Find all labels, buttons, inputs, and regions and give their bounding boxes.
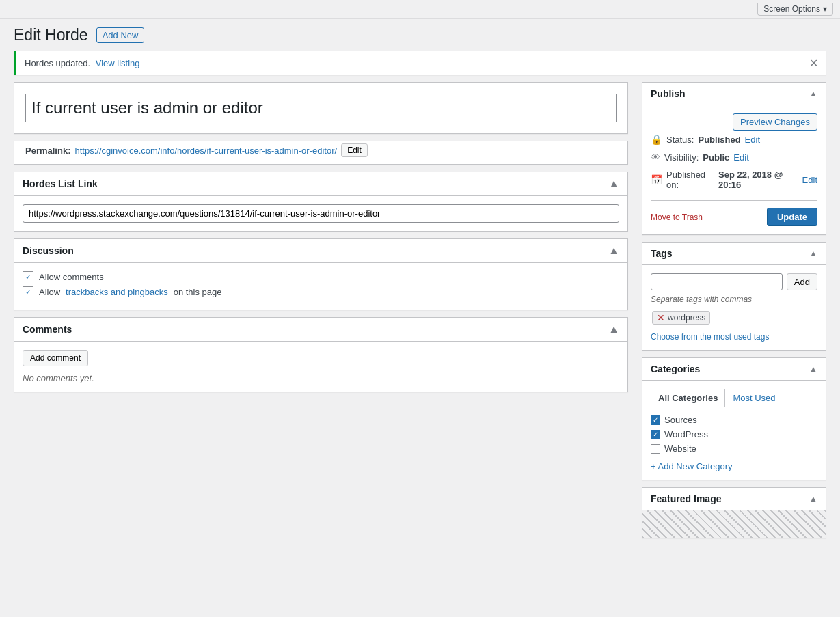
content-area: Permalink: https://cginvoice.com/info/ho…: [14, 82, 628, 545]
tags-hint: Separate tags with commas: [651, 294, 817, 304]
add-new-category-link[interactable]: + Add New Category: [651, 461, 733, 471]
hordes-list-toggle[interactable]: ▲: [608, 178, 619, 190]
no-comments-text: No comments yet.: [23, 373, 619, 383]
move-to-trash-link[interactable]: Move to Trash: [651, 212, 703, 222]
status-edit-link[interactable]: Edit: [745, 135, 760, 145]
featured-image-placeholder: [642, 510, 826, 538]
discussion-body: Allow comments Allow trackbacks and ping…: [14, 263, 627, 310]
tab-most-used[interactable]: Most Used: [725, 389, 783, 407]
status-value: Published: [698, 135, 740, 145]
hordes-list-url-input[interactable]: [23, 204, 619, 223]
comments-title: Comments: [23, 324, 72, 335]
featured-image-chevron-icon: ▲: [809, 494, 817, 504]
publish-panel-body: Preview Changes 🔒 Status: Published Edit…: [642, 105, 826, 234]
allow-trackbacks-prefix: Allow: [39, 287, 60, 297]
allow-trackbacks-checkbox[interactable]: [23, 286, 33, 297]
status-label: Status:: [666, 135, 694, 145]
category-sources: Sources: [651, 413, 817, 427]
visibility-value: Public: [703, 152, 729, 163]
main-layout: Permalink: https://cginvoice.com/info/ho…: [0, 82, 840, 559]
publish-meta: 🔒 Status: Published Edit 👁 Visibility: P…: [651, 131, 817, 193]
categories-panel: Categories ▲ All Categories Most Used So…: [642, 357, 826, 480]
categories-list: Sources WordPress Website: [651, 413, 817, 456]
notice-message: Hordes updated.: [25, 58, 90, 68]
category-sources-label: Sources: [664, 415, 697, 425]
preview-changes-button[interactable]: Preview Changes: [733, 113, 817, 131]
category-website-checkbox[interactable]: [651, 444, 660, 454]
discussion-metabox: Discussion ▲ Allow comments Allow trackb…: [14, 238, 628, 310]
trackbacks-link[interactable]: trackbacks and pingbacks: [66, 287, 168, 297]
publish-panel: Publish ▲ Preview Changes 🔒 Status: Publ…: [642, 82, 826, 235]
published-edit-link[interactable]: Edit: [802, 175, 817, 185]
allow-comments-label: Allow comments: [39, 272, 104, 282]
published-label: Published on:: [666, 169, 714, 190]
categories-panel-header[interactable]: Categories ▲: [642, 358, 826, 381]
permalink-row: Permalink: https://cginvoice.com/info/ho…: [14, 141, 628, 165]
view-listing-link[interactable]: View listing: [96, 58, 140, 68]
screen-options-button[interactable]: Screen Options ▾: [757, 3, 833, 16]
visibility-icon: 👁: [651, 152, 660, 163]
choose-tags-link[interactable]: Choose from the most used tags: [651, 332, 769, 342]
category-website: Website: [651, 441, 817, 456]
hordes-list-metabox: Hordes List Link ▲: [14, 172, 628, 232]
comments-body: Add comment No comments yet.: [14, 342, 627, 392]
visibility-label: Visibility:: [664, 152, 699, 163]
hordes-list-title: Hordes List Link: [23, 178, 98, 189]
tags-panel-header[interactable]: Tags ▲: [642, 243, 826, 265]
discussion-header[interactable]: Discussion ▲: [14, 239, 627, 263]
tag-remove-icon[interactable]: ✕: [657, 313, 665, 323]
comments-toggle[interactable]: ▲: [608, 323, 619, 335]
tag-input[interactable]: [651, 273, 783, 290]
visibility-edit-link[interactable]: Edit: [733, 152, 748, 163]
notice-close-button[interactable]: ✕: [809, 57, 818, 70]
publish-footer: Move to Trash Update: [651, 200, 817, 226]
tags-panel: Tags ▲ Add Separate tags with commas ✕ w…: [642, 242, 826, 351]
allow-comments-item: Allow comments: [23, 271, 619, 282]
top-bar: Screen Options ▾: [0, 0, 840, 19]
comments-header[interactable]: Comments ▲: [14, 318, 627, 342]
category-website-label: Website: [664, 443, 696, 454]
status-icon: 🔒: [651, 134, 662, 145]
screen-options-label: Screen Options: [763, 4, 820, 14]
trackbacks-suffix: on this page: [174, 287, 222, 297]
tag-label: wordpress: [668, 313, 705, 323]
tags-list: ✕ wordpress: [651, 310, 817, 326]
publish-panel-header[interactable]: Publish ▲: [642, 83, 826, 105]
page-title: Edit Horde: [14, 26, 88, 44]
tags-chevron-icon: ▲: [809, 249, 817, 258]
publish-panel-title: Publish: [651, 88, 686, 99]
post-title-input[interactable]: [25, 94, 617, 122]
add-comment-button[interactable]: Add comment: [23, 350, 88, 366]
tags-panel-body: Add Separate tags with commas ✕ wordpres…: [642, 265, 826, 350]
discussion-title: Discussion: [23, 245, 74, 256]
featured-image-panel-title: Featured Image: [651, 493, 721, 504]
discussion-toggle[interactable]: ▲: [608, 245, 619, 257]
allow-comments-checkbox[interactable]: [23, 271, 33, 282]
comments-metabox: Comments ▲ Add comment No comments yet.: [14, 317, 628, 392]
update-button[interactable]: Update: [767, 208, 817, 226]
page-header: Edit Horde Add New: [0, 19, 840, 51]
categories-chevron-icon: ▲: [809, 364, 817, 374]
publish-visibility-row: 👁 Visibility: Public Edit: [651, 148, 817, 166]
publish-chevron-icon: ▲: [809, 89, 817, 98]
permalink-url[interactable]: https://cginvoice.com/info/hordes/if-cur…: [74, 146, 337, 156]
permalink-edit-button[interactable]: Edit: [341, 143, 368, 157]
publish-status-row: 🔒 Status: Published Edit: [651, 131, 817, 148]
category-sources-checkbox[interactable]: [651, 415, 660, 425]
category-wordpress-label: WordPress: [664, 429, 708, 439]
hordes-list-header[interactable]: Hordes List Link ▲: [14, 172, 627, 196]
update-notice: Hordes updated. View listing ✕: [14, 51, 826, 75]
category-wordpress-checkbox[interactable]: [651, 430, 660, 439]
tab-all-categories[interactable]: All Categories: [651, 389, 725, 407]
allow-trackbacks-item: Allow trackbacks and pingbacks on this p…: [23, 286, 619, 297]
tag-item-wordpress: ✕ wordpress: [652, 311, 710, 325]
add-tag-button[interactable]: Add: [787, 273, 817, 290]
calendar-icon: 📅: [651, 174, 662, 185]
add-new-button[interactable]: Add New: [96, 27, 145, 43]
published-value: Sep 22, 2018 @ 20:16: [718, 169, 798, 190]
category-wordpress: WordPress: [651, 427, 817, 441]
chevron-down-icon: ▾: [823, 4, 827, 14]
categories-panel-title: Categories: [651, 364, 700, 374]
featured-image-panel-header[interactable]: Featured Image ▲: [642, 488, 826, 510]
featured-image-panel: Featured Image ▲: [642, 487, 826, 538]
